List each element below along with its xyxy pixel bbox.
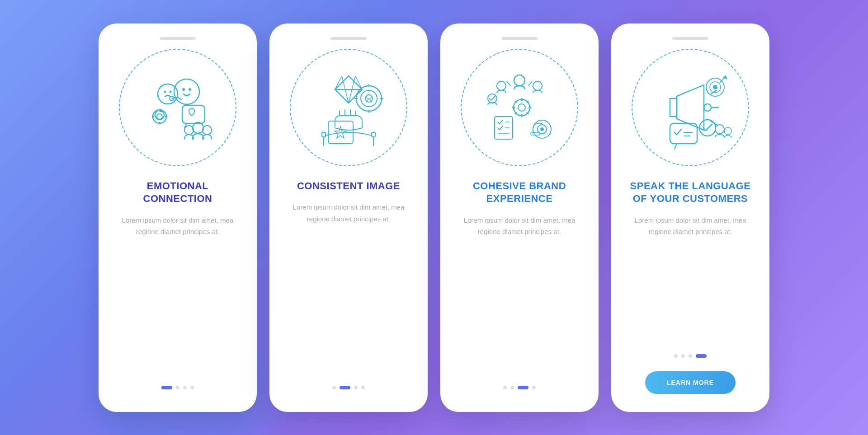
svg-line-20 — [335, 76, 342, 89]
card-3-dots — [503, 386, 536, 389]
dot-3-4 — [532, 386, 536, 389]
icon-circle-4 — [632, 49, 749, 166]
svg-point-74 — [699, 120, 716, 136]
card-1-dots — [161, 386, 194, 389]
card-4-desc: Lorem ipsum dolor sit dim amet, mea regi… — [625, 215, 756, 238]
svg-point-2 — [189, 88, 191, 91]
phone-notch-3 — [501, 37, 538, 40]
svg-line-21 — [355, 76, 362, 89]
card-3-desc: Lorem ipsum dolor sit dim amet, mea regi… — [454, 215, 585, 238]
svg-point-40 — [533, 81, 542, 90]
svg-point-15 — [193, 122, 203, 133]
svg-rect-37 — [372, 132, 375, 137]
dot-3-3 — [518, 386, 528, 389]
svg-point-38 — [514, 75, 525, 86]
svg-point-68 — [713, 85, 717, 89]
svg-point-39 — [497, 81, 506, 90]
phone-card-2: CONSISTENT IMAGE Lorem ipsum dolor sit d… — [269, 23, 428, 412]
dot-2-2 — [340, 386, 350, 389]
card-1-title: EMOTIONAL CONNECTION — [112, 180, 243, 206]
card-3-title: COHESIVE BRAND EXPERIENCE — [454, 180, 585, 206]
svg-point-24 — [356, 86, 382, 111]
cards-container: EMOTIONAL CONNECTION Lorem ipsum dolor s… — [80, 5, 788, 430]
svg-point-1 — [182, 88, 185, 91]
dot-4-4 — [696, 354, 707, 358]
dot-1-2 — [176, 386, 179, 389]
svg-point-75 — [715, 125, 724, 134]
phone-notch-4 — [672, 37, 708, 40]
dot-2-1 — [332, 386, 336, 389]
phone-card-4: SPEAK THE LANGUAGE OF YOUR CUSTOMERS Lor… — [611, 23, 769, 412]
dot-1-3 — [183, 386, 187, 389]
svg-point-4 — [164, 90, 166, 93]
icon-circle-2 — [290, 49, 407, 166]
dot-4-3 — [689, 354, 692, 358]
svg-point-25 — [361, 90, 377, 107]
svg-rect-71 — [670, 123, 697, 144]
dot-3-2 — [510, 386, 514, 389]
icon-circle-1 — [119, 49, 236, 166]
svg-point-5 — [170, 90, 172, 93]
dot-4-1 — [674, 354, 678, 358]
svg-point-58 — [540, 127, 544, 131]
svg-rect-35 — [322, 132, 326, 137]
card-4-title: SPEAK THE LANGUAGE OF YOUR CUSTOMERS — [625, 180, 756, 206]
svg-point-60 — [704, 104, 711, 111]
dot-2-4 — [361, 386, 365, 389]
card-1-desc: Lorem ipsum dolor sit dim amet, mea regi… — [112, 215, 243, 238]
dot-1-4 — [190, 386, 194, 389]
svg-point-43 — [518, 104, 525, 111]
dot-2-3 — [354, 386, 358, 389]
card-2-desc: Lorem ipsum dolor sit dim amet, mea regi… — [283, 201, 414, 225]
phone-notch-1 — [160, 37, 196, 40]
card-2-title: CONSISTENT IMAGE — [297, 180, 400, 193]
svg-point-76 — [724, 127, 731, 135]
icon-circle-3 — [461, 49, 578, 166]
dot-4-2 — [681, 354, 685, 358]
svg-point-16 — [203, 126, 212, 135]
card-2-dots — [332, 386, 365, 389]
phone-card-3: COHESIVE BRAND EXPERIENCE Lorem ipsum do… — [440, 23, 599, 412]
card-4-dots — [674, 354, 707, 358]
phone-card-1: EMOTIONAL CONNECTION Lorem ipsum dolor s… — [99, 23, 257, 412]
dot-3-1 — [503, 386, 507, 389]
phone-notch-2 — [330, 37, 367, 40]
dot-1-1 — [161, 386, 172, 389]
svg-point-17 — [184, 126, 193, 135]
svg-point-9 — [157, 114, 162, 119]
learn-more-button[interactable]: LEARN MORE — [645, 371, 736, 394]
